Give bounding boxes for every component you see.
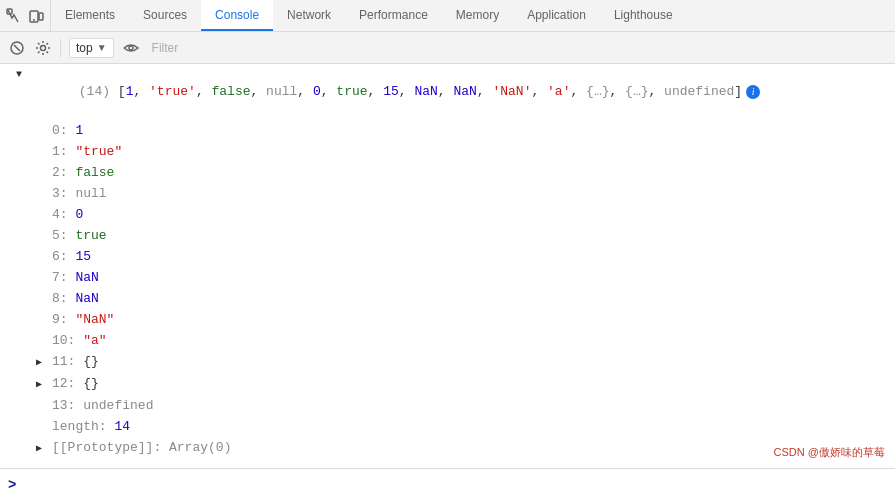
item-13: 13: undefined (0, 396, 895, 417)
nav-bar: Elements Sources Console Network Perform… (0, 0, 895, 32)
item-9: 9: "NaN" (0, 310, 895, 331)
item-5: 5: true (0, 226, 895, 247)
svg-rect-2 (39, 13, 43, 20)
item-3: 3: null (0, 184, 895, 205)
prototype-toggle[interactable]: ▶ (36, 440, 50, 458)
item-prototype: ▶ [[Prototype]]: Array(0) (0, 438, 895, 460)
item-12-toggle[interactable]: ▶ (36, 376, 50, 394)
item-11-toggle[interactable]: ▶ (36, 354, 50, 372)
toolbar-divider (60, 39, 61, 57)
console-content: ▼ (14) [1, 'true', false, null, 0, true,… (0, 64, 895, 468)
item-11: ▶ 11: {} (0, 352, 895, 374)
tab-elements[interactable]: Elements (51, 0, 129, 31)
settings-icon[interactable] (34, 39, 52, 57)
item-6: 6: 15 (0, 247, 895, 268)
tab-application[interactable]: Application (513, 0, 600, 31)
dropdown-arrow-icon: ▼ (97, 42, 107, 53)
item-8: 8: NaN (0, 289, 895, 310)
item-7: 7: NaN (0, 268, 895, 289)
array-summary-content: (14) [1, 'true', false, null, 0, true, 1… (32, 65, 895, 119)
tab-memory[interactable]: Memory (442, 0, 513, 31)
nav-icons (0, 0, 51, 31)
item-1: 1: "true" (0, 142, 895, 163)
console-input-bar: > (0, 468, 895, 500)
svg-point-6 (41, 45, 46, 50)
tab-console[interactable]: Console (201, 0, 273, 31)
array-toggle[interactable]: ▼ (16, 66, 30, 84)
tab-network[interactable]: Network (273, 0, 345, 31)
svg-line-5 (14, 45, 20, 51)
tab-sources[interactable]: Sources (129, 0, 201, 31)
array-summary-line: ▼ (14) [1, 'true', false, null, 0, true,… (0, 64, 895, 121)
item-length: length: 14 (0, 417, 895, 438)
item-12: ▶ 12: {} (0, 374, 895, 396)
item-0: 0: 1 (0, 121, 895, 142)
console-input[interactable] (22, 477, 887, 492)
device-icon[interactable] (28, 8, 44, 24)
item-10: 10: "a" (0, 331, 895, 352)
clear-console-icon[interactable] (8, 39, 26, 57)
context-selector[interactable]: top ▼ (69, 38, 114, 58)
inspect-icon[interactable] (6, 8, 22, 24)
tab-performance[interactable]: Performance (345, 0, 442, 31)
item-4: 4: 0 (0, 205, 895, 226)
console-prompt: > (8, 477, 16, 493)
toolbar: top ▼ (0, 32, 895, 64)
filter-input[interactable] (148, 39, 887, 57)
info-icon[interactable]: i (746, 85, 760, 99)
watermark: CSDN @傲娇味的草莓 (774, 445, 885, 460)
svg-point-7 (129, 46, 133, 50)
eye-icon[interactable] (122, 39, 140, 57)
tab-lighthouse[interactable]: Lighthouse (600, 0, 687, 31)
item-2: 2: false (0, 163, 895, 184)
